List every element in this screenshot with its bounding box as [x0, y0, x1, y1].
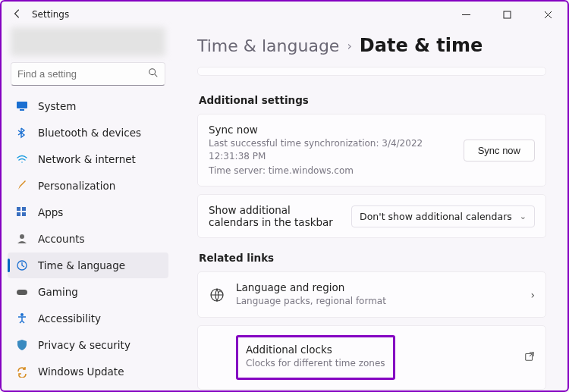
close-button[interactable]	[531, 3, 564, 26]
link-title: Additional clocks	[246, 343, 385, 356]
chevron-down-icon: ⌄	[520, 212, 527, 221]
svg-point-1	[149, 69, 156, 75]
gaming-icon	[15, 285, 29, 299]
sidebar-item-network[interactable]: Network & internet	[8, 146, 168, 172]
section-heading-additional: Additional settings	[199, 94, 546, 106]
link-title: Language and region	[236, 281, 520, 293]
sync-server: Time server: time.windows.com	[209, 165, 453, 177]
update-icon	[15, 365, 29, 378]
link-sub: Clocks for different time zones	[246, 357, 385, 370]
select-value: Don't show additional calendars	[360, 211, 512, 222]
minimize-button[interactable]	[449, 3, 483, 26]
sidebar-item-time-language[interactable]: Time & language	[8, 252, 168, 278]
svg-rect-7	[22, 212, 26, 216]
window-title: Settings	[32, 9, 69, 20]
svg-point-11	[20, 313, 24, 316]
system-icon	[15, 99, 29, 113]
link-sub: Language packs, regional format	[236, 295, 520, 308]
nav-list: System Bluetooth & devices Network & int…	[8, 93, 168, 384]
sync-now-card: Sync now Last successful time synchroniz…	[197, 114, 546, 187]
sidebar-item-label: Apps	[38, 206, 63, 218]
svg-rect-2	[17, 102, 27, 108]
sidebar-item-accounts[interactable]: Accounts	[8, 226, 168, 252]
svg-rect-5	[22, 207, 26, 211]
chevron-right-icon: ›	[347, 39, 351, 53]
sidebar-item-privacy[interactable]: Privacy & security	[8, 332, 168, 358]
accessibility-icon	[15, 312, 29, 325]
sidebar-item-label: Network & internet	[38, 153, 136, 165]
accounts-icon	[15, 232, 29, 246]
search-icon	[148, 67, 159, 80]
sidebar: System Bluetooth & devices Network & int…	[2, 27, 174, 390]
sidebar-item-bluetooth[interactable]: Bluetooth & devices	[8, 120, 168, 146]
breadcrumb-parent[interactable]: Time & language	[197, 36, 339, 55]
sidebar-item-label: Bluetooth & devices	[38, 127, 141, 139]
search-box[interactable]	[11, 62, 165, 86]
language-region-link[interactable]: A Language and region Language packs, re…	[197, 271, 546, 318]
svg-rect-3	[20, 109, 24, 111]
sync-now-button[interactable]: Sync now	[464, 140, 535, 162]
sidebar-item-label: Personalization	[38, 180, 115, 192]
highlight-annotation: Additional clocks Clocks for different t…	[236, 335, 395, 380]
sidebar-item-label: Accessibility	[38, 312, 101, 325]
globe-clock-icon	[15, 259, 29, 272]
sidebar-item-windows-update[interactable]: Windows Update	[8, 359, 168, 384]
language-icon: A	[209, 287, 225, 303]
svg-rect-6	[17, 212, 20, 216]
sidebar-item-system[interactable]: System	[8, 93, 168, 119]
sidebar-item-gaming[interactable]: Gaming	[8, 279, 168, 305]
sidebar-item-label: Windows Update	[38, 365, 124, 378]
breadcrumb: Time & language › Date & time	[197, 35, 546, 56]
breadcrumb-current: Date & time	[360, 35, 483, 56]
svg-point-8	[20, 234, 24, 239]
sync-title: Sync now	[209, 124, 453, 136]
collapsed-card[interactable]	[197, 67, 546, 76]
sidebar-item-label: System	[38, 100, 76, 112]
shield-icon	[15, 338, 29, 352]
additional-calendars-select[interactable]: Don't show additional calendars ⌄	[351, 205, 535, 227]
sidebar-item-label: Privacy & security	[38, 339, 130, 351]
apps-icon	[15, 205, 29, 219]
main-content: Time & language › Date & time Additional…	[174, 27, 567, 390]
chevron-right-icon: ›	[530, 289, 535, 301]
sidebar-item-apps[interactable]: Apps	[8, 199, 168, 225]
svg-rect-4	[17, 207, 20, 211]
sidebar-item-personalization[interactable]: Personalization	[8, 173, 168, 199]
sidebar-item-label: Time & language	[38, 259, 125, 271]
section-heading-related: Related links	[199, 252, 546, 264]
sidebar-item-label: Gaming	[38, 286, 78, 298]
svg-rect-10	[17, 290, 27, 295]
open-external-icon	[524, 350, 535, 365]
profile-block[interactable]	[11, 27, 165, 56]
paintbrush-icon	[15, 179, 29, 193]
back-button[interactable]	[11, 8, 24, 22]
svg-rect-0	[504, 11, 511, 18]
bluetooth-icon	[15, 126, 29, 140]
wifi-icon	[15, 152, 29, 166]
title-bar: Settings	[2, 2, 567, 27]
additional-clocks-link[interactable]: Additional clocks Clocks for different t…	[197, 325, 546, 390]
additional-calendars-title: Show additional calendars in the taskbar	[209, 204, 341, 228]
search-input[interactable]	[17, 68, 148, 80]
sidebar-item-label: Accounts	[38, 233, 85, 245]
sync-last-time: Last successful time synchronization: 3/…	[209, 137, 453, 163]
additional-calendars-card: Show additional calendars in the taskbar…	[197, 194, 546, 238]
sidebar-item-accessibility[interactable]: Accessibility	[8, 306, 168, 331]
maximize-button[interactable]	[490, 3, 523, 26]
